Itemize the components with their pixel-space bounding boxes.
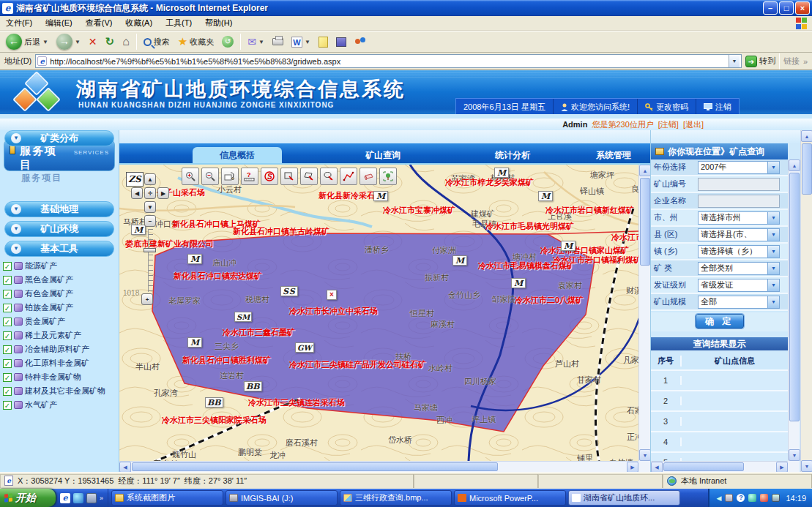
quicklaunch-desktop-icon[interactable] <box>86 493 97 503</box>
map-marker[interactable]: M <box>187 337 202 348</box>
go-button[interactable]: ➔ 转到 <box>745 56 775 67</box>
menu-item[interactable]: 收藏(A) <box>125 18 152 29</box>
map-marker[interactable]: M <box>373 191 388 201</box>
scroll-up-icon[interactable]: ▲ <box>789 159 800 171</box>
eraser-button[interactable] <box>360 168 377 185</box>
result-row[interactable]: 4 <box>651 431 788 451</box>
back-caret-icon[interactable]: ▼ <box>42 39 48 45</box>
field-control[interactable]: 请选择县(市、 ▼ <box>698 228 780 241</box>
layer-checkbox[interactable]: ✓ <box>3 359 12 368</box>
history-button[interactable]: ↺ <box>220 35 235 48</box>
favorites-button[interactable]: ★ 收藏夹 <box>176 34 215 49</box>
quicklaunch-media-icon[interactable] <box>73 493 83 503</box>
map-viewport[interactable]: 小云村苏家湾杨桥村塘家坪铎山镇良溪村花桥马桥村冲口镇上官溪建煤矿毛易镇庙山冲潘桥… <box>119 165 638 461</box>
scroll-down-icon[interactable]: ▼ <box>801 460 812 472</box>
layer-checkbox[interactable]: ✓ <box>3 262 12 271</box>
scroll-left-icon[interactable]: ◀ <box>119 462 131 473</box>
sidebar-group-button[interactable]: ▼ 基本工具 <box>4 241 114 257</box>
layer-item[interactable]: ✓ 特种非金属矿物 <box>3 370 117 384</box>
close-button[interactable]: × <box>795 1 810 15</box>
legend-tree-button[interactable] <box>379 168 397 185</box>
forward-caret-icon[interactable]: ▼ <box>75 39 81 45</box>
pan-down-button[interactable]: ▼ <box>144 201 156 213</box>
full-extent-button[interactable]: S <box>261 168 278 185</box>
menu-item[interactable]: 文件(F) <box>6 18 32 29</box>
map-marker[interactable]: M <box>494 168 509 178</box>
layer-checkbox[interactable]: ✓ <box>3 373 12 382</box>
layer-item[interactable]: ✓ 冶金辅助原料矿产 <box>3 342 117 356</box>
measure-line-button[interactable] <box>340 168 357 185</box>
mail-caret-icon[interactable]: ▼ <box>258 39 264 45</box>
dropdown-arrow-icon[interactable]: ▼ <box>767 162 779 173</box>
map-marker[interactable]: M <box>561 241 576 251</box>
stop-button[interactable]: ✕ <box>87 34 99 49</box>
map-horizontal-scrollbar[interactable]: ◀ ▶ <box>119 461 638 472</box>
layer-checkbox[interactable]: ✓ <box>3 345 12 354</box>
zoom-slider-handle[interactable] <box>144 248 156 252</box>
dropdown-arrow-icon[interactable]: ▼ <box>767 212 779 224</box>
map-marker[interactable]: SS <box>280 286 298 296</box>
task-button[interactable]: 三维行政查询.bmp... <box>340 490 452 506</box>
menu-item[interactable]: 编辑(E) <box>45 18 72 29</box>
task-button[interactable]: 系统截图图片 <box>111 490 223 506</box>
tray-help-icon[interactable]: ? <box>737 494 745 502</box>
dropdown-arrow-icon[interactable]: ▼ <box>767 296 779 308</box>
home-button[interactable]: ⌂ <box>121 34 131 49</box>
address-dropdown-icon[interactable]: ▼ <box>729 55 740 67</box>
refresh-button[interactable]: ↻ <box>104 34 116 49</box>
sidebar-group-button[interactable]: ▼ 矿类分布 <box>4 130 114 146</box>
layer-item[interactable]: ✓ 贵金属矿产 <box>3 315 117 328</box>
links-label[interactable]: 链接 <box>783 56 800 67</box>
dropdown-arrow-icon[interactable]: ▼ <box>767 263 779 274</box>
scroll-up-icon[interactable]: ▲ <box>801 130 812 142</box>
map-marker[interactable]: M <box>511 278 526 288</box>
zoom-slider-track[interactable] <box>148 229 153 292</box>
minimize-button[interactable]: – <box>763 1 778 15</box>
map-marker[interactable]: BB <box>205 397 223 408</box>
confirm-button[interactable]: 确 定 <box>696 314 744 328</box>
dropdown-arrow-icon[interactable]: ▼ <box>767 279 779 291</box>
zoom-plus-button[interactable]: + <box>141 293 153 305</box>
result-row[interactable]: 3 <box>651 410 788 431</box>
logout-text-link[interactable]: [注销] <box>658 119 679 130</box>
panel-vertical-scrollbar[interactable]: ▲ ▼ <box>788 159 800 461</box>
messenger-button[interactable] <box>353 36 368 48</box>
tab-mine-query[interactable]: 矿山查询 <box>339 147 427 163</box>
sidebar-group-button[interactable]: ▼ 基础地理 <box>4 201 114 217</box>
scroll-down-icon[interactable]: ▼ <box>639 449 651 461</box>
tab-info-summary[interactable]: 信息概括 <box>193 147 282 163</box>
map-marker[interactable]: M <box>538 191 553 201</box>
field-control[interactable]: ▼ <box>698 195 780 208</box>
zoom-out-button[interactable] <box>201 168 219 185</box>
browser-vscroll-thumb[interactable] <box>802 143 812 195</box>
scroll-right-icon[interactable]: ▶ <box>776 462 788 473</box>
pan-center-button[interactable]: ✛ <box>144 187 156 199</box>
quicklaunch-more-icon[interactable]: » <box>100 495 103 502</box>
menu-item[interactable]: 帮助(H) <box>205 18 232 29</box>
browser-vertical-scrollbar[interactable]: ▲ ▼ <box>800 130 812 472</box>
layer-checkbox[interactable]: ✓ <box>3 331 12 340</box>
task-button[interactable]: IMGIS-BAI (J:) <box>226 490 338 506</box>
tray-alert-icon[interactable] <box>760 494 768 502</box>
search-button[interactable]: 搜索 <box>142 36 171 48</box>
edit-word-button[interactable]: W ▼ <box>290 36 312 48</box>
layer-item[interactable]: ✓ 黑色金属矿产 <box>3 273 117 287</box>
dropdown-arrow-icon[interactable]: ▼ <box>767 246 779 258</box>
pan-right-button[interactable]: ▶ <box>157 187 169 199</box>
circle-select-button[interactable] <box>320 168 338 185</box>
tray-collapse-icon[interactable]: ◀ <box>717 495 722 502</box>
map-marker[interactable]: BB <box>244 381 262 391</box>
word-caret-icon[interactable]: ▼ <box>305 39 310 45</box>
tray-network-icon[interactable] <box>748 494 756 502</box>
pan-button[interactable] <box>221 168 239 185</box>
maximize-button[interactable]: □ <box>779 1 794 15</box>
links-chevron-icon[interactable]: » <box>803 57 808 66</box>
map-marker[interactable]: M <box>452 255 467 266</box>
layer-item[interactable]: ✓ 化工原料非金属矿 <box>3 356 117 370</box>
address-input[interactable]: e http://localhost/%e7%9f%bf%e5%b1%b1%e5… <box>35 54 742 68</box>
layer-checkbox[interactable]: ✓ <box>3 387 12 396</box>
layer-checkbox[interactable]: ✓ <box>3 304 12 312</box>
task-button[interactable]: 湖南省矿山地质环... <box>568 490 680 506</box>
layer-item[interactable]: ✓ 能源矿产 <box>3 259 117 273</box>
layer-item[interactable]: ✓ 水气矿产 <box>3 398 117 412</box>
